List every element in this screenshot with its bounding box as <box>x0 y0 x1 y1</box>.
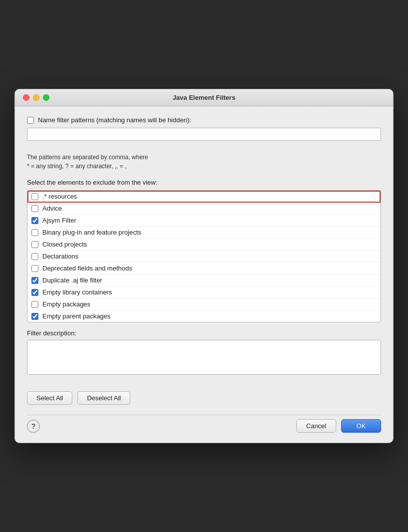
list-item[interactable]: Advice <box>27 203 381 215</box>
select-all-button[interactable]: Select All <box>27 391 72 405</box>
item-duplicate-label: Duplicate .aj file filter <box>42 276 102 284</box>
name-filter-label: Name filter patterns (matching names wil… <box>38 116 191 124</box>
traffic-lights <box>23 94 49 101</box>
deselect-all-button[interactable]: Deselect All <box>77 391 130 405</box>
item-deprecated-label: Deprecated fields and methods <box>42 265 132 272</box>
minimize-button[interactable] <box>33 94 39 101</box>
elements-section: Select the elements to exclude from the … <box>27 179 381 322</box>
item-advice-label: Advice <box>42 205 62 212</box>
elements-section-label: Select the elements to exclude from the … <box>27 179 381 186</box>
list-item[interactable]: Binary plug-in and feature projects <box>27 227 381 239</box>
name-filter-row: Name filter patterns (matching names wil… <box>27 116 381 124</box>
elements-list: .* resources Advice Ajsym Filter Binary … <box>27 190 381 322</box>
item-empty-parent-checkbox[interactable] <box>31 313 38 320</box>
list-item[interactable]: .* resources <box>27 191 381 203</box>
dialog-content: Name filter patterns (matching names wil… <box>15 106 393 443</box>
item-empty-packages-checkbox[interactable] <box>31 301 38 308</box>
item-empty-parent-label: Empty parent packages <box>42 312 111 320</box>
maximize-button[interactable] <box>43 94 49 101</box>
hint-text: The patterns are separated by comma, whe… <box>27 153 381 171</box>
item-closed-label: Closed projects <box>42 241 87 248</box>
java-element-filters-dialog: Java Element Filters Name filter pattern… <box>14 89 394 443</box>
item-deprecated-checkbox[interactable] <box>31 265 38 272</box>
ok-button[interactable]: OK <box>341 419 381 433</box>
item-empty-library-checkbox[interactable] <box>31 289 38 296</box>
list-item[interactable]: Deprecated fields and methods <box>27 263 381 274</box>
item-closed-checkbox[interactable] <box>31 241 38 248</box>
item-ajsym-label: Ajsym Filter <box>42 217 76 224</box>
list-item[interactable]: Ajsym Filter <box>27 215 381 227</box>
item-resources-checkbox[interactable] <box>31 193 38 200</box>
filter-description-label: Filter description: <box>27 329 381 337</box>
filter-description-textarea[interactable] <box>27 340 381 375</box>
name-filter-section: Name filter patterns (matching names wil… <box>27 116 381 146</box>
item-empty-library-label: Empty library containers <box>42 288 112 296</box>
footer-buttons: Cancel OK <box>296 419 381 433</box>
name-filter-checkbox[interactable] <box>27 117 34 124</box>
item-ajsym-checkbox[interactable] <box>31 217 38 224</box>
cancel-button[interactable]: Cancel <box>296 419 336 433</box>
select-buttons-row: Select All Deselect All <box>27 391 381 405</box>
list-item[interactable]: Declarations <box>27 251 381 263</box>
close-button[interactable] <box>23 94 29 101</box>
item-binary-label: Binary plug-in and feature projects <box>42 229 141 236</box>
list-item[interactable]: Empty packages <box>27 298 381 310</box>
footer-row: ? Cancel OK <box>27 415 381 433</box>
item-declarations-checkbox[interactable] <box>31 253 38 260</box>
list-item[interactable]: Empty library containers <box>27 286 381 298</box>
title-bar: Java Element Filters <box>15 89 393 106</box>
item-binary-checkbox[interactable] <box>31 229 38 236</box>
item-empty-packages-label: Empty packages <box>42 300 90 308</box>
item-resources-label: .* resources <box>42 193 77 200</box>
item-advice-checkbox[interactable] <box>31 205 38 212</box>
list-item[interactable]: Empty parent packages <box>27 310 381 322</box>
list-item[interactable]: Duplicate .aj file filter <box>27 274 381 286</box>
dialog-title: Java Element Filters <box>173 94 235 101</box>
name-filter-input[interactable] <box>27 128 381 141</box>
filter-description-section: Filter description: <box>27 329 381 384</box>
help-button[interactable]: ? <box>27 420 40 433</box>
item-duplicate-checkbox[interactable] <box>31 277 38 284</box>
list-item[interactable]: Closed projects <box>27 239 381 251</box>
item-declarations-label: Declarations <box>42 253 78 260</box>
